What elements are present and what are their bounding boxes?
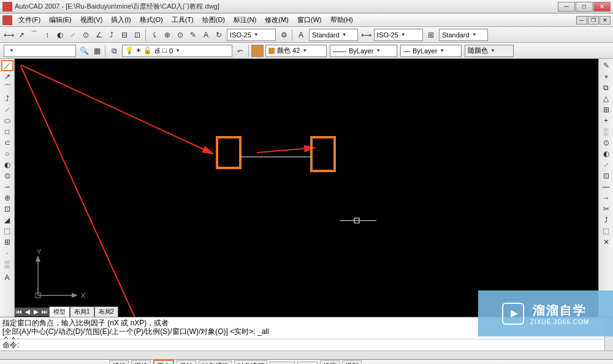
offset-tool[interactable]: △ (600, 93, 612, 104)
menu-format[interactable]: 格式(O) (136, 14, 167, 26)
dim-aligned-icon[interactable]: ↗ (15, 29, 28, 41)
otrack-toggle[interactable]: 对象追踪 (234, 360, 267, 364)
hatch-icon[interactable]: ▦ (91, 45, 103, 57)
pline-tool[interactable]: ⌒ (1, 82, 13, 93)
lineweight-combo[interactable]: —ByLayer▼ (400, 45, 462, 57)
polygon-tool[interactable]: ⤴ (1, 93, 13, 104)
tab-layout2[interactable]: 布局2 (94, 306, 119, 317)
status-icon-1[interactable]: ⊡ (554, 360, 566, 365)
explode-tool[interactable]: ⬚ (600, 226, 612, 237)
plotstyle-combo[interactable]: 随颜色▼ (465, 45, 514, 57)
minimize-button[interactable]: ─ (558, 2, 575, 12)
dim-ordinate-icon[interactable]: ↕ (41, 29, 53, 41)
ortho-toggle[interactable]: 正交 (153, 360, 174, 364)
block-tool[interactable]: ⊕ (1, 192, 13, 203)
dim-style-combo-2[interactable]: ISO-25▼ (374, 29, 423, 41)
rotate-tool[interactable]: ░ (600, 126, 612, 137)
menu-dim[interactable]: 标注(N) (230, 14, 260, 26)
maximize-button[interactable]: □ (576, 2, 593, 12)
table-style-icon[interactable]: ⊞ (425, 29, 437, 41)
linetype-combo[interactable]: ——ByLayer▼ (330, 45, 397, 57)
tab-nav-last[interactable]: ⏭ (40, 308, 49, 316)
menu-insert[interactable]: 插入(I) (107, 14, 134, 26)
dim-continue-icon[interactable]: ⊡ (131, 29, 143, 41)
dim-diameter-icon[interactable]: ⊙ (80, 29, 92, 41)
tab-model[interactable]: 模型 (49, 306, 70, 317)
snap-toggle[interactable]: 捕捉 (109, 360, 129, 364)
color-icon[interactable] (251, 45, 264, 57)
region-tool[interactable]: ⊞ (1, 237, 13, 248)
table-tool[interactable]: · (1, 248, 13, 259)
grid-toggle[interactable]: 栅格 (131, 360, 151, 364)
layer-prev-icon[interactable]: ⤺ (234, 45, 246, 57)
layer-prop-icon[interactable]: ⧉ (108, 45, 120, 57)
dyn-toggle[interactable]: DYN (297, 362, 318, 365)
revcloud-tool[interactable]: ⊂ (1, 137, 13, 148)
ellipsearc-tool[interactable]: ⊙ (1, 170, 13, 181)
mtext-tool[interactable]: ░ (1, 259, 13, 270)
dim-style-icon-2[interactable]: ⟷ (360, 29, 372, 41)
menu-tools[interactable]: 工具(T) (168, 14, 197, 26)
color-combo[interactable]: 颜色 42▼ (265, 45, 327, 57)
dim-linear-icon[interactable]: ⟷ (2, 29, 15, 41)
spline-tool[interactable]: ○ (1, 148, 13, 159)
text-style-icon[interactable]: A (295, 29, 307, 41)
tab-nav-next[interactable]: ▶ (32, 308, 40, 316)
dim-angular-icon[interactable]: ∠ (93, 29, 105, 41)
osnap-toggle[interactable]: 对象捕捉 (199, 360, 232, 364)
copy-tool[interactable]: ⚬ (600, 71, 612, 82)
menu-edit[interactable]: 编辑(E) (45, 14, 75, 26)
menu-help[interactable]: 帮助(H) (327, 14, 357, 26)
menu-modify[interactable]: 修改(M) (261, 14, 292, 26)
rectangle-tool[interactable]: ⟋ (1, 104, 13, 115)
search-icon[interactable]: 🔍 (78, 45, 90, 57)
dim-leader-icon[interactable]: ⤹ (148, 29, 161, 41)
table-style-combo[interactable]: Standard▼ (439, 29, 488, 41)
extend-tool[interactable]: ⊡ (600, 170, 612, 181)
circle-tool[interactable]: □ (1, 126, 13, 137)
status-icon-2[interactable]: ◐ (569, 360, 581, 365)
dim-style-combo-1[interactable]: ISO-25▼ (227, 29, 276, 41)
stretch-tool[interactable]: ◐ (600, 148, 612, 159)
explode2-tool[interactable]: ✕ (600, 237, 612, 248)
insert-tool[interactable]: ∽ (1, 181, 13, 192)
text-tool[interactable]: A (1, 272, 13, 283)
horizontal-scrollbar[interactable] (0, 351, 613, 359)
drawing-area[interactable]: Y X ⏮ ◀ ▶ ⏭ 模型 布局1 布局2 (15, 59, 598, 317)
chamfer-tool[interactable]: ✂ (600, 203, 612, 214)
dim-baseline-icon[interactable]: ⊟ (118, 29, 131, 41)
polar-toggle[interactable]: 极轴 (177, 360, 196, 364)
dim-quick-icon[interactable]: ⤴ (105, 29, 118, 41)
menu-window[interactable]: 窗口(W) (294, 14, 326, 26)
gradient-tool[interactable]: ⬚ (1, 226, 13, 237)
search-combo[interactable]: ▼ (4, 45, 76, 57)
status-icon-3[interactable]: ⊟ (584, 360, 596, 365)
ellipse-tool[interactable]: ◐ (1, 159, 13, 170)
dim-radius-icon[interactable]: ◐ (54, 29, 66, 41)
command-input[interactable]: 命令: (0, 339, 613, 351)
mirror-tool[interactable]: ⧉ (600, 82, 612, 93)
erase-tool[interactable]: ✎ (600, 60, 612, 71)
dim-center-icon[interactable]: ⊙ (174, 29, 186, 41)
text-style-combo[interactable]: Standard▼ (309, 29, 358, 41)
dim-arc-icon[interactable]: ⌒ (28, 29, 40, 41)
move-tool[interactable]: + (600, 115, 612, 126)
dim-tolerance-icon[interactable]: ⊕ (161, 29, 173, 41)
scale-tool[interactable]: ⊙ (600, 137, 612, 148)
join-tool[interactable]: → (600, 192, 612, 203)
hatch-tool[interactable]: ◢ (1, 214, 13, 226)
tab-nav-first[interactable]: ⏮ (15, 308, 23, 316)
dim-style-icon[interactable]: ⚙ (278, 29, 290, 41)
menu-draw[interactable]: 绘图(D) (199, 14, 229, 26)
layer-combo[interactable]: 💡 ☀ 🔓 🖨 □ 0▼ (122, 45, 232, 57)
doc-minimize-button[interactable]: ─ (576, 16, 587, 25)
close-button[interactable]: ✕ (593, 2, 611, 12)
xline-tool[interactable]: ↗ (1, 71, 13, 82)
dim-edit-icon[interactable]: ✎ (187, 29, 199, 41)
menu-file[interactable]: 文件(F) (15, 14, 44, 26)
model-toggle[interactable]: 模型 (342, 360, 362, 364)
array-tool[interactable]: ⊞ (600, 104, 612, 115)
dim-update-icon[interactable]: ↻ (213, 29, 225, 41)
doc-restore-button[interactable]: ❐ (588, 16, 599, 25)
doc-close-button[interactable]: ✕ (600, 16, 611, 25)
